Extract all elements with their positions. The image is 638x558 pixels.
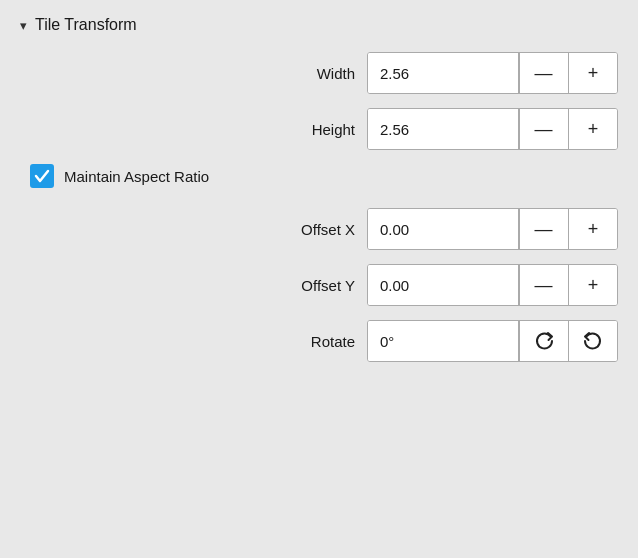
width-row: Width — + — [30, 52, 618, 94]
width-minus-button[interactable]: — — [520, 53, 568, 93]
height-plus-button[interactable]: + — [569, 109, 617, 149]
rotate-cw-button[interactable] — [520, 321, 568, 361]
section-title: Tile Transform — [35, 16, 137, 34]
offset-x-input[interactable] — [368, 209, 518, 249]
rotate-label: Rotate — [275, 333, 355, 350]
offset-y-label: Offset Y — [275, 277, 355, 294]
offset-x-minus-button[interactable]: — — [520, 209, 568, 249]
height-row: Height — + — [30, 108, 618, 150]
height-input[interactable] — [368, 109, 518, 149]
chevron-icon[interactable]: ▾ — [20, 18, 27, 33]
offset-y-input[interactable] — [368, 265, 518, 305]
rotate-cw-icon — [533, 330, 555, 352]
width-input-group: — + — [367, 52, 618, 94]
rotate-ccw-icon — [582, 330, 604, 352]
offset-x-plus-button[interactable]: + — [569, 209, 617, 249]
width-plus-button[interactable]: + — [569, 53, 617, 93]
rotate-row: Rotate — [30, 320, 618, 362]
offset-x-input-group: — + — [367, 208, 618, 250]
height-label: Height — [275, 121, 355, 138]
checkmark-icon — [34, 168, 50, 184]
offset-y-row: Offset Y — + — [30, 264, 618, 306]
height-input-group: — + — [367, 108, 618, 150]
width-input[interactable] — [368, 53, 518, 93]
maintain-aspect-label: Maintain Aspect Ratio — [64, 168, 209, 185]
offset-x-label: Offset X — [275, 221, 355, 238]
offset-y-minus-button[interactable]: — — [520, 265, 568, 305]
rotate-input[interactable] — [368, 321, 518, 361]
section-header: ▾ Tile Transform — [20, 16, 618, 34]
rotate-ccw-button[interactable] — [569, 321, 617, 361]
maintain-aspect-row: Maintain Aspect Ratio — [30, 164, 618, 188]
offset-y-plus-button[interactable]: + — [569, 265, 617, 305]
offset-y-input-group: — + — [367, 264, 618, 306]
offset-x-row: Offset X — + — [30, 208, 618, 250]
rotate-input-group — [367, 320, 618, 362]
fields-container: Width — + Height — + Maintain Aspect Rat… — [20, 52, 618, 362]
maintain-aspect-checkbox[interactable] — [30, 164, 54, 188]
width-label: Width — [275, 65, 355, 82]
height-minus-button[interactable]: — — [520, 109, 568, 149]
